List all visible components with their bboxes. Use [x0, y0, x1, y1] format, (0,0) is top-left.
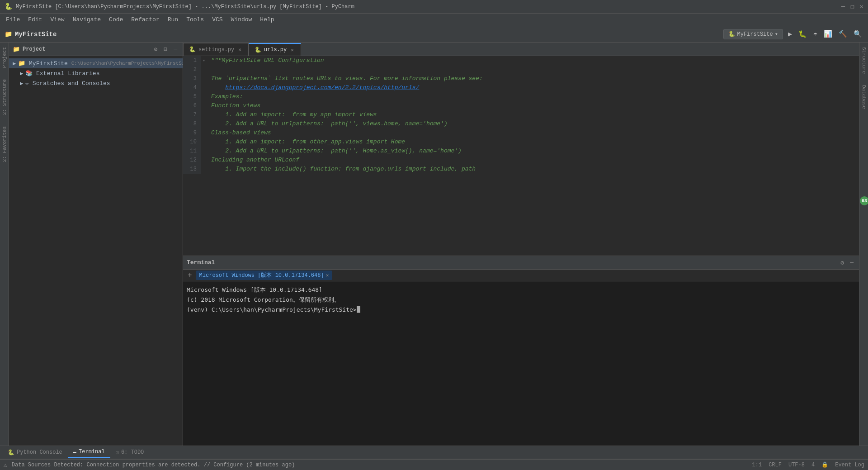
line-content: The `urlpatterns` list routes URLs to vi…	[207, 74, 483, 83]
event-log[interactable]: Event Log	[835, 462, 864, 468]
line-content: 2. Add a URL to urlpatterns: path('', vi…	[207, 119, 448, 128]
menu-item-view[interactable]: View	[47, 15, 68, 24]
tab-close-button[interactable]: ✕	[237, 46, 243, 53]
minimize-button[interactable]: —	[841, 3, 845, 10]
code-line-5: 5 Examples:	[183, 92, 859, 101]
right-sidebar: Structure Database 63	[859, 43, 868, 446]
cursor-position[interactable]: 1:1	[752, 462, 762, 468]
menu-item-file[interactable]: File	[2, 15, 24, 24]
line-number: 10	[183, 138, 201, 147]
tree-item-path: C:\Users\han\PycharmProjects\MyFirstSite	[71, 61, 183, 66]
menu-item-edit[interactable]: Edit	[24, 15, 46, 24]
bottom-tab-todo[interactable]: ☑ 6: TODO	[110, 447, 150, 458]
menu-item-tools[interactable]: Tools	[183, 15, 208, 24]
terminal-title: Terminal	[187, 259, 215, 266]
code-line-9: 9 Class-based views	[183, 128, 859, 138]
code-line-11: 11 2. Add a URL to urlpatterns: path('',…	[183, 147, 859, 156]
tree-item-myfirstsite[interactable]: ▶ 📁 MyFirstSite C:\Users\han\PycharmProj…	[9, 58, 183, 68]
editor-tab-bar: 🐍 settings.py ✕ 🐍 urls.py ✕	[183, 43, 859, 56]
tree-item-scratches[interactable]: ▶ ✏ Scratches and Consoles	[9, 78, 183, 88]
menubar: FileEditViewNavigateCodeRefactorRunTools…	[0, 14, 868, 26]
encoding[interactable]: UTF-8	[788, 462, 805, 468]
terminal-minimize-icon[interactable]: —	[848, 258, 855, 267]
search-everywhere-button[interactable]: 🔍	[852, 28, 863, 40]
code-line-4: 4 https://docs.djangoproject.com/en/2.2/…	[183, 83, 859, 92]
structure-sidebar-icon[interactable]: 2: Structure	[2, 77, 7, 117]
folder-icon: 📁	[18, 60, 25, 67]
restore-button[interactable]: ❐	[850, 3, 854, 10]
database-view-icon[interactable]: Database	[861, 83, 867, 111]
line-content: Class-based views	[207, 128, 271, 138]
tab-label: urls.py	[264, 47, 287, 53]
code-line-7: 7 1. Add an import: from my_app import v…	[183, 110, 859, 119]
tree-item-external-libraries[interactable]: ▶ 📚 External Libraries	[9, 68, 183, 78]
project-sidebar-icon[interactable]: Project	[2, 45, 7, 70]
project-panel-title: Project	[23, 46, 150, 52]
menu-item-help[interactable]: Help	[256, 15, 278, 24]
code-line-8: 8 2. Add a URL to urlpatterns: path('', …	[183, 119, 859, 128]
toolbar-left: 📁 MyFirstSite	[5, 30, 57, 38]
terminal-add-button[interactable]: +	[185, 271, 194, 280]
tab-close-button[interactable]: ✕	[289, 47, 295, 53]
terminal-tab-bar: + Microsoft Windows [版本 10.0.17134.648] …	[183, 270, 859, 281]
project-panel-header: 📁 Project ⚙ ⊟ —	[9, 43, 183, 56]
fold-icon	[201, 156, 207, 165]
line-number: 4	[183, 83, 201, 92]
line-number: 1	[183, 56, 201, 65]
bottom-panel: Terminal ⚙ — + Microsoft Windows [版本 10.…	[183, 256, 859, 446]
fold-icon	[201, 138, 207, 147]
debug-button[interactable]: 🐛	[797, 28, 808, 40]
python-file-icon: 🐍	[255, 47, 261, 53]
library-icon: 📚	[25, 70, 33, 77]
profile-button[interactable]: 📊	[822, 28, 834, 40]
project-name-label: MyFirstSite	[15, 31, 57, 38]
menu-item-window[interactable]: Window	[227, 15, 256, 24]
line-content: 1. Add an import: from my_app import vie…	[207, 110, 377, 119]
folder-icon: 📁	[13, 46, 20, 53]
favorites-sidebar-icon[interactable]: 2: Favorites	[2, 124, 7, 164]
terminal-settings-icon[interactable]: ⚙	[839, 258, 846, 267]
fold-icon[interactable]: ▾	[201, 56, 207, 65]
tree-item-label: MyFirstSite	[25, 60, 71, 67]
terminal-line-2: (c) 2018 Microsoft Corporation。保留所有权利。	[187, 295, 855, 305]
run-config-selector[interactable]: 🐍 MyFirstSite ▾	[723, 29, 783, 39]
project-settings-gear-icon[interactable]: ⚙	[152, 45, 160, 54]
tab-urls-py[interactable]: 🐍 urls.py ✕	[249, 43, 301, 56]
project-panel-expand-icon[interactable]: ⊟	[162, 45, 169, 54]
terminal-tab-label: Microsoft Windows [版本 10.0.17134.648]	[199, 271, 324, 279]
indent-indicator: 4	[811, 462, 815, 468]
tab-settings-py[interactable]: 🐍 settings.py ✕	[183, 43, 249, 56]
menu-item-run[interactable]: Run	[164, 15, 182, 24]
terminal-tab-close-icon[interactable]: ✕	[326, 272, 329, 278]
todo-icon: ☑	[116, 449, 119, 456]
close-button[interactable]: ✕	[860, 3, 863, 10]
coverage-button[interactable]: ☂	[812, 28, 819, 40]
line-number: 9	[183, 128, 201, 138]
menu-item-code[interactable]: Code	[105, 15, 127, 24]
menu-item-refactor[interactable]: Refactor	[127, 15, 163, 24]
bottom-tabs-bar: 🐍 Python Console ▬ Terminal ☑ 6: TODO	[0, 446, 868, 459]
code-line-3: 3 The `urlpatterns` list routes URLs to …	[183, 74, 859, 83]
build-button[interactable]: 🔨	[837, 28, 849, 40]
titlebar: 🐍 MyFirstSite [C:\Users\han\PycharmProje…	[0, 0, 868, 14]
run-button[interactable]: ▶	[787, 28, 793, 40]
fold-icon	[201, 128, 207, 138]
structure-view-icon[interactable]: Structure	[861, 45, 867, 76]
project-panel-close-icon[interactable]: —	[172, 45, 179, 53]
line-separator[interactable]: CRLF	[769, 462, 782, 468]
menu-item-vcs[interactable]: VCS	[208, 15, 226, 24]
menu-item-navigate[interactable]: Navigate	[69, 15, 104, 24]
bottom-tab-label: Terminal	[79, 449, 105, 455]
statusbar: ⚠ Data Sources Detected: Connection prop…	[0, 459, 868, 470]
editor-content[interactable]: 1 ▾ """MyFirstSite URL Configuration 2 3…	[183, 56, 859, 256]
bottom-tab-python-console[interactable]: 🐍 Python Console	[2, 447, 68, 458]
line-number: 13	[183, 165, 201, 174]
code-line-2: 2	[183, 65, 859, 74]
bottom-tab-label: Python Console	[17, 449, 62, 456]
bottom-tab-terminal[interactable]: ▬ Terminal	[68, 447, 110, 458]
line-number: 2	[183, 65, 201, 74]
collapse-icon: ▶	[20, 70, 23, 77]
terminal-tab-active[interactable]: Microsoft Windows [版本 10.0.17134.648] ✕	[196, 271, 333, 280]
code-line-6: 6 Function views	[183, 101, 859, 110]
terminal-content[interactable]: Microsoft Windows [版本 10.0.17134.648] (c…	[183, 281, 859, 446]
